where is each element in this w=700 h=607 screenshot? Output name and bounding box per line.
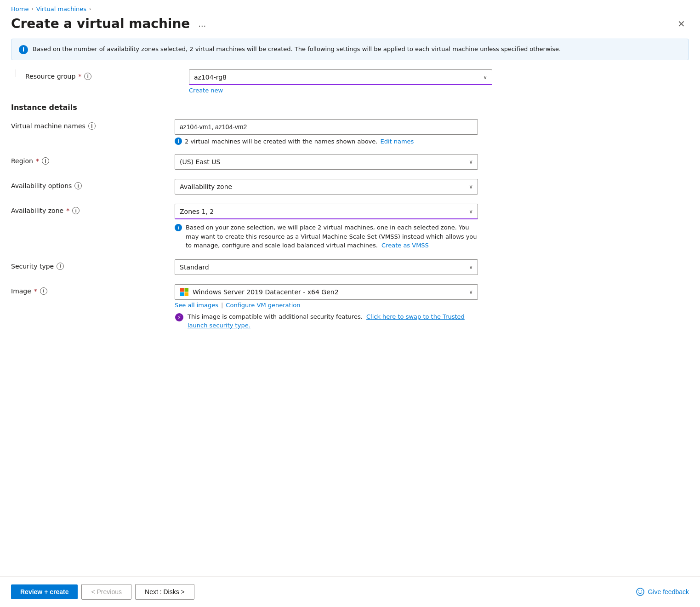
vm-names-label-col: Virtual machine names i: [11, 119, 167, 130]
security-info-box: ⚡ This image is compatible with addition…: [175, 312, 478, 330]
bottom-bar: Review + create < Previous Next : Disks …: [0, 576, 700, 607]
availability-options-info-icon[interactable]: i: [74, 182, 82, 189]
page-header: Create a virtual machine ... ✕: [0, 14, 700, 39]
resource-group-value: az104-rg8: [194, 74, 227, 81]
pipe-separator: |: [221, 302, 223, 309]
ellipsis-button[interactable]: ...: [195, 17, 209, 30]
availability-zone-control: Zones 1, 2 ∨ i Based on your zone select…: [175, 204, 478, 250]
svg-point-7: [638, 590, 639, 591]
svg-rect-0: [180, 288, 184, 292]
vm-names-control: i 2 virtual machines will be created wit…: [175, 119, 478, 145]
svg-text:⚡: ⚡: [177, 314, 181, 321]
region-dropdown[interactable]: (US) East US ∨: [175, 154, 478, 170]
rocket-icon: ⚡: [175, 313, 184, 322]
breadcrumb: Home › Virtual machines ›: [0, 0, 700, 14]
instance-details-header: Instance details: [11, 103, 689, 112]
resource-group-required: *: [78, 73, 81, 80]
security-type-info-icon[interactable]: i: [57, 263, 64, 270]
breadcrumb-chevron-1: ›: [31, 6, 33, 12]
see-all-images-link[interactable]: See all images: [175, 302, 218, 309]
feedback-icon: [636, 588, 644, 596]
resource-group-label-col: Resource group * i: [25, 69, 182, 80]
vm-names-info-text: 2 virtual machines will be created with …: [185, 138, 377, 145]
availability-zone-info-icon[interactable]: i: [72, 207, 80, 214]
info-banner-icon: i: [19, 45, 28, 54]
availability-zone-required: *: [66, 207, 69, 214]
review-create-button[interactable]: Review + create: [11, 584, 78, 599]
availability-options-chevron-icon: ∨: [469, 183, 473, 190]
vm-names-info-row: i 2 virtual machines will be created wit…: [175, 137, 478, 145]
image-label: Image: [11, 287, 31, 295]
svg-point-6: [637, 588, 644, 596]
region-label: Region: [11, 157, 33, 165]
next-disks-button[interactable]: Next : Disks >: [135, 584, 194, 600]
give-feedback-label: Give feedback: [648, 588, 689, 596]
resource-group-dropdown[interactable]: az104-rg8 ∨: [189, 69, 492, 85]
zone-info-box: i Based on your zone selection, we will …: [175, 223, 478, 250]
image-value: Windows Server 2019 Datacenter - x64 Gen…: [193, 288, 339, 296]
previous-button[interactable]: < Previous: [81, 584, 131, 600]
region-chevron-icon: ∨: [469, 159, 473, 165]
resource-group-chevron-icon: ∨: [483, 74, 487, 80]
security-type-label: Security type: [11, 263, 54, 270]
image-control: Windows Server 2019 Datacenter - x64 Gen…: [175, 284, 478, 330]
region-value: (US) East US: [180, 158, 220, 166]
vm-names-info-icon[interactable]: i: [88, 122, 96, 130]
region-control: (US) East US ∨: [175, 154, 478, 170]
image-chevron-icon: ∨: [469, 289, 473, 295]
availability-zone-chevron-icon: ∨: [469, 208, 473, 215]
image-info-icon[interactable]: i: [40, 287, 47, 295]
security-type-chevron-icon: ∨: [469, 264, 473, 270]
region-info-icon[interactable]: i: [42, 157, 49, 165]
form-area: Resource group * i az104-rg8 ∨ Create ne…: [0, 69, 700, 576]
info-banner: i Based on the number of availability zo…: [11, 39, 689, 60]
breadcrumb-home[interactable]: Home: [11, 6, 28, 12]
availability-zone-value: Zones 1, 2: [180, 208, 214, 215]
close-button[interactable]: ✕: [674, 17, 689, 31]
create-new-link[interactable]: Create new: [189, 87, 223, 94]
security-features-text: This image is compatible with additional…: [188, 312, 478, 330]
breadcrumb-virtual-machines[interactable]: Virtual machines: [36, 6, 86, 12]
image-required: *: [34, 287, 37, 295]
region-row: Region * i (US) East US ∨: [11, 154, 689, 170]
vm-names-info-circle: i: [175, 137, 182, 145]
info-banner-text: Based on the number of availability zone…: [33, 45, 561, 54]
security-type-label-col: Security type i: [11, 259, 167, 270]
page-title-area: Create a virtual machine ...: [11, 16, 209, 31]
availability-options-control: Availability zone ∨: [175, 179, 478, 195]
availability-options-row: Availability options i Availability zone…: [11, 179, 689, 195]
availability-zone-label: Availability zone: [11, 207, 63, 214]
resource-group-label: Resource group: [25, 73, 75, 80]
security-type-row: Security type i Standard ∨: [11, 259, 689, 275]
availability-zone-row: Availability zone * i Zones 1, 2 ∨ i Bas…: [11, 204, 689, 250]
breadcrumb-chevron-2: ›: [89, 6, 91, 12]
vm-names-row: Virtual machine names i i 2 virtual mach…: [11, 119, 689, 145]
svg-rect-2: [180, 292, 184, 296]
availability-options-dropdown[interactable]: Availability zone ∨: [175, 179, 478, 195]
create-as-vmss-link[interactable]: Create as VMSS: [381, 242, 429, 249]
region-label-col: Region * i: [11, 154, 167, 165]
image-row: Image * i Windows Server 2019 Datacente: [11, 284, 689, 330]
image-dropdown[interactable]: Windows Server 2019 Datacenter - x64 Gen…: [175, 284, 478, 300]
edit-names-link[interactable]: Edit names: [380, 138, 414, 145]
resource-group-control: az104-rg8 ∨ Create new: [189, 69, 492, 94]
page-title: Create a virtual machine: [11, 16, 190, 31]
svg-rect-1: [185, 288, 189, 292]
availability-options-label: Availability options: [11, 182, 72, 189]
vm-names-label: Virtual machine names: [11, 122, 85, 130]
give-feedback-button[interactable]: Give feedback: [636, 588, 689, 596]
availability-options-value: Availability zone: [180, 183, 232, 190]
resource-group-info-icon[interactable]: i: [84, 73, 91, 80]
availability-zone-dropdown[interactable]: Zones 1, 2 ∨: [175, 204, 478, 219]
availability-zone-label-col: Availability zone * i: [11, 204, 167, 214]
image-label-col: Image * i: [11, 284, 167, 295]
configure-vm-generation-link[interactable]: Configure VM generation: [226, 302, 300, 309]
region-required: *: [36, 157, 39, 165]
image-dropdown-content: Windows Server 2019 Datacenter - x64 Gen…: [180, 287, 469, 297]
windows-logo-icon: [180, 287, 189, 297]
security-type-value: Standard: [180, 263, 209, 271]
security-type-dropdown[interactable]: Standard ∨: [175, 259, 478, 275]
svg-rect-3: [185, 292, 189, 296]
vm-names-input[interactable]: [175, 119, 478, 135]
image-links: See all images | Configure VM generation: [175, 302, 478, 309]
